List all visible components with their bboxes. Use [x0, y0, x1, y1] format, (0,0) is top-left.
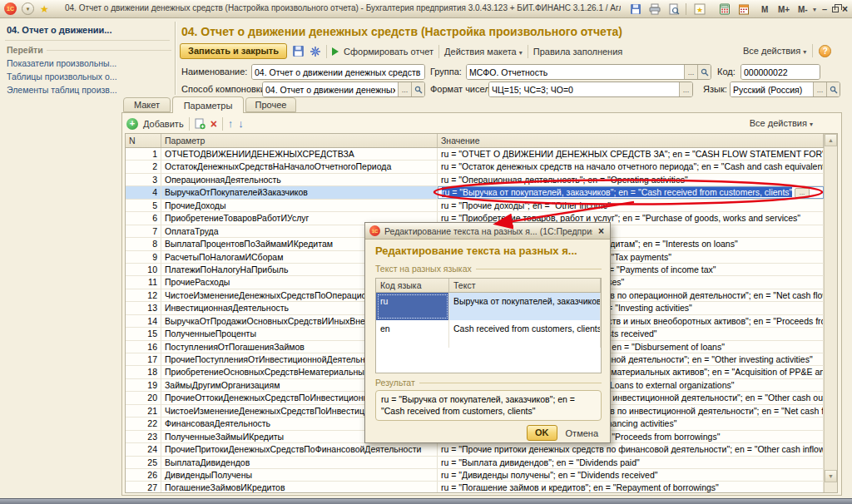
add-button[interactable]: Добавить	[143, 119, 184, 129]
favorites-box-icon[interactable]: ★	[692, 2, 706, 16]
value-cell[interactable]: ru = "ОТЧЕТ О ДВИЖЕНИИ ДЕНЕЖНЫХ СРЕДСТВ …	[438, 148, 824, 160]
column-header-language-code[interactable]: Код языка	[376, 279, 449, 292]
value-ellipsis-button[interactable]: ...	[795, 188, 810, 198]
column-header-parameter[interactable]: Параметр	[161, 134, 438, 147]
row-number-cell[interactable]: 5	[126, 200, 161, 211]
parameter-cell[interactable]: ОперационнаяДеятельность	[161, 174, 438, 185]
value-cell[interactable]: ru = "Операционная деятельность"; en = "…	[438, 174, 824, 185]
parameter-cell[interactable]: ВыручкаОтПокупателейЗаказчиков	[161, 186, 438, 198]
row-number-cell[interactable]: 17	[126, 353, 161, 365]
delete-row-button[interactable]: ×	[211, 118, 217, 130]
compose-ellipsis-button[interactable]: ...	[398, 82, 411, 96]
generate-report-button[interactable]: Сформировать отчет	[344, 47, 433, 57]
table-row[interactable]: 3ОперационнаяДеятельностьru = "Операцион…	[126, 174, 824, 186]
table-row[interactable]: 1ОТЧЕТОДВИЖЕНИИДЕНЕЖНЫХСРЕДСТВЗАru = "ОТ…	[126, 148, 824, 161]
row-number-cell[interactable]: 12	[126, 289, 161, 301]
parameter-cell[interactable]: ВыплатаДивидендов	[161, 457, 438, 468]
table-row[interactable]: 27ПогашениеЗаймовИКредитовru = "Погашени…	[126, 482, 824, 492]
sidebar-section-goto[interactable]: Перейти	[7, 45, 171, 55]
row-number-cell[interactable]: 21	[126, 405, 161, 417]
table-row[interactable]: 4ВыручкаОтПокупателейЗаказчиковru = "Выр…	[126, 186, 824, 199]
main-menu-button[interactable]: ▾	[22, 2, 34, 15]
row-number-cell[interactable]: 6	[126, 212, 161, 224]
calculator-icon[interactable]	[717, 2, 731, 16]
help-button[interactable]: ?	[819, 45, 831, 57]
save-icon[interactable]	[628, 2, 642, 16]
row-number-cell[interactable]: 14	[126, 315, 161, 327]
row-number-cell[interactable]: 1	[126, 148, 161, 160]
sidebar-link-tables[interactable]: Таблицы произвольных о...	[7, 72, 117, 82]
group-ellipsis-button[interactable]: ...	[684, 65, 697, 79]
tab-other[interactable]: Прочее	[245, 97, 296, 112]
number-format-input[interactable]	[489, 82, 679, 96]
table-row[interactable]: 2ОстатокДенежныхСредствНаНачалоОтчетного…	[126, 161, 824, 173]
favorites-star-icon[interactable]: ★	[40, 2, 49, 16]
parameter-cell[interactable]: ОТЧЕТОДВИЖЕНИИДЕНЕЖНЫХСРЕДСТВЗА	[161, 148, 438, 160]
format-ellipsis-button[interactable]: ...	[679, 82, 692, 96]
row-number-cell[interactable]: 7	[126, 225, 161, 237]
move-down-button[interactable]: ↓	[238, 118, 244, 129]
value-cell[interactable]: ru = "Дивиденды получены"; en = "Dividen…	[438, 469, 824, 481]
compose-method-input[interactable]	[263, 82, 398, 96]
row-number-cell[interactable]: 3	[126, 174, 161, 185]
code-input[interactable]	[741, 65, 820, 79]
cancel-button[interactable]: Отмена	[566, 428, 598, 438]
language-input[interactable]	[731, 82, 813, 96]
print-icon[interactable]	[647, 2, 661, 16]
row-number-cell[interactable]: 15	[126, 328, 161, 339]
language-code-cell[interactable]: en	[376, 320, 449, 348]
language-search-icon[interactable]	[826, 82, 840, 96]
column-header-n[interactable]: N	[126, 134, 161, 147]
language-code-cell[interactable]: ru	[376, 293, 449, 320]
row-number-cell[interactable]: 19	[126, 379, 161, 391]
minimize-button[interactable]: –	[822, 2, 827, 16]
fill-rules-button[interactable]: Правила заполнения	[533, 47, 623, 57]
m-plus-button[interactable]: M+	[775, 2, 792, 16]
row-number-cell[interactable]: 16	[126, 341, 161, 353]
value-cell[interactable]: ru = "Погашение займов и кредитов"; en =…	[438, 482, 824, 492]
sidebar-link-indicators[interactable]: Показатели произвольны...	[7, 58, 116, 68]
scroll-up-icon[interactable]: ▲	[825, 134, 837, 146]
parameter-cell[interactable]: ПрочиеПритокиДенежныхСредствПоФинансовой…	[161, 443, 438, 455]
ok-button[interactable]: OK	[527, 425, 557, 441]
calendar-icon[interactable]	[736, 2, 750, 16]
row-number-cell[interactable]: 9	[126, 251, 161, 263]
titlebar-dropdown-icon[interactable]: ▾	[813, 2, 816, 16]
all-actions-button[interactable]: Все действия ▾	[743, 46, 806, 56]
m-button[interactable]: M	[759, 2, 770, 16]
m-minus-button[interactable]: M-	[795, 2, 810, 16]
value-cell[interactable]: ru = "Прочие доходы"; en = "Other income…	[438, 200, 824, 211]
tab-layout[interactable]: Макет	[123, 97, 171, 112]
parameter-cell[interactable]: ОстатокДенежныхСредствНаНачалоОтчетногоП…	[161, 161, 438, 172]
vertical-scrollbar[interactable]: ▲ ▼	[824, 134, 837, 492]
grid-all-actions-button[interactable]: Все действия ▾	[750, 118, 813, 128]
restore-button[interactable]	[832, 2, 839, 16]
row-number-cell[interactable]: 4	[126, 186, 161, 198]
value-cell[interactable]: ru = "Остаток денежных средств на начало…	[438, 161, 824, 172]
row-number-cell[interactable]: 8	[126, 238, 161, 250]
layout-actions-button[interactable]: Действия макета ▾	[444, 47, 523, 57]
language-ellipsis-button[interactable]: ...	[813, 82, 826, 96]
column-header-value[interactable]: Значение	[438, 134, 824, 147]
table-row[interactable]: 26ДивидендыПолученыru = "Дивиденды получ…	[126, 469, 824, 482]
compose-search-icon[interactable]	[411, 82, 424, 96]
row-number-cell[interactable]: 20	[126, 392, 161, 403]
row-number-cell[interactable]: 24	[126, 443, 161, 455]
name-input[interactable]	[252, 65, 424, 79]
scroll-down-icon[interactable]: ▼	[825, 470, 837, 482]
save-icon-small[interactable]	[292, 45, 305, 57]
table-row[interactable]: 5ПрочиеДоходыru = "Прочие доходы"; en = …	[126, 200, 824, 212]
row-number-cell[interactable]: 25	[126, 457, 161, 468]
language-row[interactable]: enCash received from customers, clients	[376, 320, 601, 348]
row-number-cell[interactable]: 26	[126, 469, 161, 481]
row-number-cell[interactable]: 10	[126, 264, 161, 275]
group-search-icon[interactable]	[697, 65, 711, 79]
row-number-cell[interactable]: 11	[126, 276, 161, 288]
row-number-cell[interactable]: 18	[126, 366, 161, 378]
tab-parameters[interactable]: Параметры	[172, 96, 244, 113]
save-and-close-button[interactable]: Записать и закрыть	[180, 43, 287, 59]
group-input[interactable]	[467, 65, 684, 79]
parameter-cell[interactable]: ДивидендыПолучены	[161, 469, 438, 481]
language-text-cell[interactable]: Cash received from customers, clients	[449, 320, 601, 348]
language-text-cell[interactable]: Выручка от покупателей, заказчиков	[449, 293, 601, 320]
